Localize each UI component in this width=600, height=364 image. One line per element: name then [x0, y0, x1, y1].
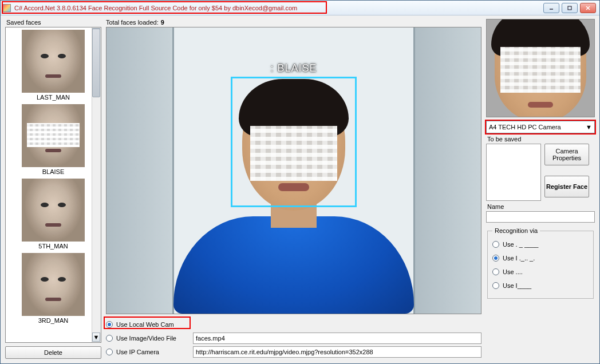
recognition-option-label: Use I____ — [503, 282, 531, 289]
detection-rectangle — [231, 77, 357, 207]
save-area-row: Camera Properties Register Face — [486, 144, 595, 201]
saved-face-item[interactable]: 3RD_MAN — [22, 253, 85, 324]
saved-scrollbar[interactable]: ▲ ▼ — [92, 27, 101, 342]
left-column: Saved faces LAST_MANBLAISE5TH_MAN3RD_MAN… — [5, 19, 101, 359]
camera-select-wrap: A4 TECH HD PC Camera ▼ — [486, 121, 595, 133]
saved-face-label: 5TH_MAN — [38, 243, 68, 250]
video-viewer: : BLAISE — [106, 27, 481, 314]
face-thumbnail — [22, 30, 85, 93]
total-faces-value: 9 — [161, 19, 164, 26]
radio-file[interactable] — [106, 335, 113, 342]
client-area: Saved faces LAST_MANBLAISE5TH_MAN3RD_MAN… — [1, 15, 599, 363]
minimize-button[interactable] — [543, 3, 559, 13]
recognition-groupbox: Recognition via Use . _ ____Use I ._.. _… — [487, 227, 594, 299]
camera-properties-button[interactable]: Camera Properties — [544, 144, 589, 165]
to-be-saved-label: To be saved — [487, 136, 595, 143]
saved-face-label: LAST_MAN — [37, 94, 70, 101]
camera-select[interactable]: A4 TECH HD PC Camera ▼ — [486, 121, 595, 133]
recognition-option[interactable]: Use .... — [492, 265, 589, 279]
total-faces-label: Total faces loaded: — [106, 19, 159, 26]
video-source-group: Use Local Web Cam Use Image/Video File f… — [106, 318, 481, 359]
detection-label: : BLAISE — [270, 62, 317, 74]
total-row: Total faces loaded: 9 — [106, 19, 481, 26]
app-window: C# Accord.Net 3.8.0.6134 Face Recognitio… — [0, 0, 600, 364]
radio-ipcamera[interactable] — [106, 349, 113, 355]
right-column: A4 TECH HD PC Camera ▼ To be saved Camer… — [486, 19, 595, 359]
close-button[interactable] — [580, 3, 596, 13]
scroll-thumb[interactable] — [92, 29, 100, 97]
radio-webcam[interactable] — [106, 321, 113, 328]
source-row-webcam[interactable]: Use Local Web Cam — [106, 318, 481, 331]
middle-column: Total faces loaded: 9 : BLAISE — [106, 19, 481, 359]
saved-faces-list[interactable]: LAST_MANBLAISE5TH_MAN3RD_MAN ▲ ▼ — [5, 27, 101, 343]
to-be-saved-preview — [486, 144, 541, 201]
saved-face-item[interactable]: BLAISE — [22, 104, 85, 175]
window-title: C# Accord.Net 3.8.0.6134 Face Recognitio… — [14, 5, 543, 11]
radio-ipcamera-label: Use IP Camera — [116, 349, 190, 355]
saved-face-label: 3RD_MAN — [38, 317, 69, 324]
radio-file-label: Use Image/Video File — [116, 335, 190, 342]
saved-face-item[interactable]: LAST_MAN — [22, 30, 85, 101]
recognition-radio[interactable] — [492, 282, 499, 289]
maximize-button[interactable] — [562, 3, 578, 13]
name-input[interactable] — [486, 211, 595, 223]
recognition-option-label: Use I ._.. _. — [503, 255, 535, 262]
face-thumbnail — [22, 179, 85, 242]
window-controls — [543, 3, 597, 13]
recognition-option-label: Use .... — [503, 268, 523, 275]
chevron-down-icon: ▼ — [586, 124, 592, 130]
titlebar: C# Accord.Net 3.8.0.6134 Face Recognitio… — [1, 1, 599, 15]
saved-faces-label: Saved faces — [6, 19, 101, 26]
recognition-radio[interactable] — [492, 268, 499, 275]
radio-webcam-label: Use Local Web Cam — [116, 321, 190, 328]
register-face-button[interactable]: Register Face — [544, 176, 589, 197]
recognition-radio[interactable] — [492, 255, 499, 262]
recognition-radio[interactable] — [492, 241, 499, 248]
ipcamera-url-input[interactable]: http://harriscam.ce.rit.edu/mjpg/video.m… — [193, 346, 481, 358]
name-label: Name — [487, 203, 595, 210]
recognition-legend: Recognition via — [492, 227, 540, 234]
source-row-ipcamera[interactable]: Use IP Camera http://harriscam.ce.rit.ed… — [106, 345, 481, 359]
saved-face-label: BLAISE — [42, 168, 65, 175]
recognition-option[interactable]: Use I____ — [492, 279, 589, 292]
recognition-option[interactable]: Use . _ ____ — [492, 238, 589, 251]
scroll-down-icon[interactable]: ▼ — [92, 333, 100, 342]
camera-select-value: A4 TECH HD PC Camera — [489, 124, 561, 130]
app-icon — [3, 4, 11, 12]
svg-rect-1 — [568, 6, 571, 10]
face-thumbnail — [22, 253, 85, 316]
file-path-input[interactable]: faces.mp4 — [193, 333, 481, 344]
face-thumbnail — [22, 104, 85, 167]
saved-face-item[interactable]: 5TH_MAN — [22, 179, 85, 250]
delete-button[interactable]: Delete — [5, 346, 101, 359]
recognition-option-label: Use . _ ____ — [503, 241, 538, 248]
captured-face-preview — [486, 19, 595, 117]
recognition-option[interactable]: Use I ._.. _. — [492, 251, 589, 265]
source-row-file[interactable]: Use Image/Video File faces.mp4 — [106, 331, 481, 345]
